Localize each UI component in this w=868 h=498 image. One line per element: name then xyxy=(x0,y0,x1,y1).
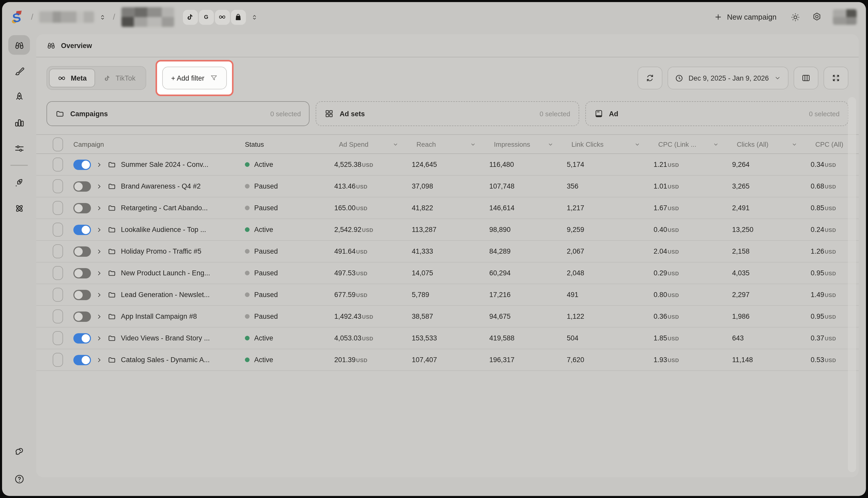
sidebar-item-launch[interactable] xyxy=(8,172,30,192)
row-checkbox[interactable] xyxy=(53,288,63,302)
campaign-toggle[interactable] xyxy=(74,224,91,235)
expand-chevron-icon[interactable] xyxy=(95,270,103,277)
row-checkbox[interactable] xyxy=(53,266,63,280)
column-header-impressions[interactable]: Impressions xyxy=(485,140,562,148)
campaign-toggle[interactable] xyxy=(74,159,91,170)
sidebar-item-boost[interactable] xyxy=(8,87,30,106)
table-row[interactable]: Video Views - Brand Story ...Active4,053… xyxy=(36,328,859,349)
binoculars-icon xyxy=(47,41,56,50)
sort-chevron-icon[interactable] xyxy=(791,141,798,147)
sort-chevron-icon[interactable] xyxy=(470,141,476,147)
table-row[interactable]: Brand Awareness - Q4 #2Paused413.46USD37… xyxy=(36,176,859,197)
ad_spend-value: 2,542.92 xyxy=(334,226,361,234)
sidebar-item-help[interactable] xyxy=(8,469,30,489)
row-checkbox[interactable] xyxy=(53,223,63,237)
ad_spend-value: 4,053.03 xyxy=(334,334,361,342)
add-filter-button[interactable]: + Add filter xyxy=(162,67,227,89)
row-checkbox[interactable] xyxy=(53,158,63,171)
table-row[interactable]: New Product Launch - Eng...Paused497.53U… xyxy=(36,262,859,284)
column-header-ad_spend[interactable]: Ad Spend xyxy=(330,140,407,148)
campaign-name: Retargeting - Cart Abando... xyxy=(121,204,208,212)
tab-ad-sets[interactable]: Ad sets0 selected xyxy=(316,101,579,126)
expand-chevron-icon[interactable] xyxy=(95,335,103,342)
row-checkbox[interactable] xyxy=(53,201,63,215)
campaign-toggle[interactable] xyxy=(74,268,91,278)
sidebar-item-integrations[interactable] xyxy=(8,198,30,218)
column-header-clicks_all[interactable]: Clicks (All) xyxy=(727,140,806,148)
sidebar-item-chat[interactable] xyxy=(8,441,30,461)
table-row[interactable]: Summer Sale 2024 - Conv...Active4,525.38… xyxy=(36,154,859,176)
link_clicks-cell: 2,067 xyxy=(562,247,649,255)
impressions-cell: 107,748 xyxy=(485,182,562,190)
cpc_link-value: 1.21 xyxy=(654,161,667,168)
meta-chip[interactable] xyxy=(215,10,230,25)
expand-chevron-icon[interactable] xyxy=(95,226,103,233)
campaign-toggle[interactable] xyxy=(74,246,91,257)
tab-campaigns[interactable]: Campaigns0 selected xyxy=(47,101,310,126)
table-row[interactable]: Lookalike Audience - Top ...Active2,542.… xyxy=(36,219,859,241)
row-checkbox[interactable] xyxy=(53,310,63,323)
table-row[interactable]: Retargeting - Cart Abando...Paused165.00… xyxy=(36,197,859,219)
expand-chevron-icon[interactable] xyxy=(95,161,103,168)
settings-button[interactable] xyxy=(811,11,823,23)
link_clicks-value: 5,174 xyxy=(567,161,584,168)
expand-chevron-icon[interactable] xyxy=(95,183,103,190)
sidebar-item-creatives[interactable] xyxy=(8,61,30,81)
platform-tab-tiktok[interactable]: TikTok xyxy=(95,69,144,87)
shopify-chip[interactable] xyxy=(231,10,246,25)
sort-chevron-icon[interactable] xyxy=(392,141,399,147)
campaign-toggle[interactable] xyxy=(74,181,91,192)
row-checkbox[interactable] xyxy=(53,179,63,193)
expand-chevron-icon[interactable] xyxy=(95,291,103,298)
table-row[interactable]: Holiday Promo - Traffic #5Paused491.64US… xyxy=(36,241,859,262)
campaign-toggle[interactable] xyxy=(74,203,91,213)
expand-chevron-icon[interactable] xyxy=(95,204,103,211)
app-logo[interactable]: S xyxy=(9,9,25,25)
workspace-switcher-icon[interactable] xyxy=(99,13,107,21)
campaign-cell: New Product Launch - Eng... xyxy=(69,268,243,278)
sidebar-item-analytics[interactable] xyxy=(8,113,30,132)
platform-tab-meta[interactable]: Meta xyxy=(49,69,95,87)
column-header-link_clicks[interactable]: Link Clicks xyxy=(562,140,649,148)
scrollbar[interactable] xyxy=(848,97,856,472)
campaign-toggle[interactable] xyxy=(74,355,91,365)
select-all-checkbox[interactable] xyxy=(53,137,63,151)
account-name-redacted[interactable] xyxy=(121,7,174,27)
reach-cell: 113,287 xyxy=(407,226,485,234)
fullscreen-button[interactable] xyxy=(824,67,849,89)
tiktok-chip[interactable] xyxy=(183,10,198,25)
row-checkbox[interactable] xyxy=(53,244,63,258)
sort-chevron-icon[interactable] xyxy=(712,141,719,147)
cpc_link-cell: 0.29USD xyxy=(649,269,727,277)
campaign-toggle[interactable] xyxy=(74,290,91,300)
table-row[interactable]: Catalog Sales - Dynamic A...Active201.39… xyxy=(36,349,859,371)
row-checkbox[interactable] xyxy=(53,331,63,345)
sort-chevron-icon[interactable] xyxy=(547,141,554,147)
tab-ad[interactable]: Ad0 selected xyxy=(585,101,849,126)
column-header-reach[interactable]: Reach xyxy=(407,140,485,148)
expand-chevron-icon[interactable] xyxy=(95,313,103,320)
new-campaign-button[interactable]: New campaign xyxy=(711,12,780,22)
row-checkbox[interactable] xyxy=(53,353,63,367)
table-row[interactable]: App Install Campaign #8Paused1,492.43USD… xyxy=(36,306,859,328)
theme-toggle-button[interactable] xyxy=(790,12,801,23)
table-row[interactable]: Lead Generation - Newslet...Paused677.59… xyxy=(36,284,859,306)
column-header-cpc_link[interactable]: CPC (Link ... xyxy=(649,140,727,148)
avatar[interactable] xyxy=(833,9,857,25)
ad_spend-cell: 677.59USD xyxy=(330,291,407,299)
campaign-toggle[interactable] xyxy=(74,333,91,343)
sidebar-item-automations[interactable] xyxy=(8,139,30,158)
date-range-button[interactable]: Dec 9, 2025 - Jan 9, 2026 xyxy=(667,67,788,89)
account-switcher-icon[interactable] xyxy=(251,13,258,21)
campaign-toggle[interactable] xyxy=(74,311,91,322)
sidebar-item-overview[interactable] xyxy=(8,35,30,55)
google-chip[interactable]: G xyxy=(199,10,214,25)
refresh-button[interactable] xyxy=(637,67,662,89)
ad_spend-cell: 2,542.92USD xyxy=(330,226,407,234)
workspace-name-redacted[interactable] xyxy=(40,11,94,23)
expand-chevron-icon[interactable] xyxy=(95,356,103,364)
expand-chevron-icon[interactable] xyxy=(95,248,103,255)
columns-button[interactable] xyxy=(793,67,818,89)
impressions-value: 146,614 xyxy=(489,204,515,212)
sort-chevron-icon[interactable] xyxy=(634,141,641,147)
